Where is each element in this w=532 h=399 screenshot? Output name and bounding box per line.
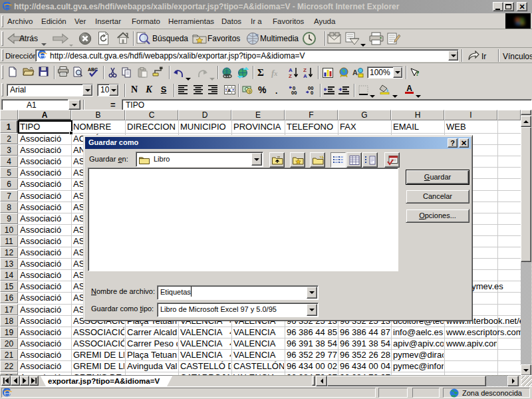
svg-text:00: 00: [291, 90, 297, 94]
svg-text:Z: Z: [289, 73, 292, 78]
svg-text:A: A: [352, 68, 358, 76]
svg-text:?: ?: [416, 69, 420, 77]
svg-text:A: A: [303, 73, 307, 78]
svg-text:0: 0: [311, 90, 313, 94]
svg-text:9: 9: [248, 89, 251, 94]
